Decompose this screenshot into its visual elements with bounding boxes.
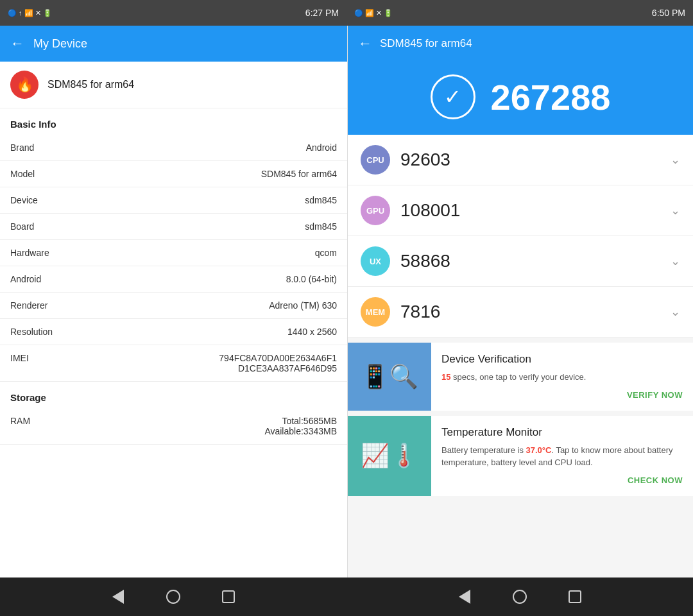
right-nav-header: ← SDM845 for arm64 bbox=[348, 26, 693, 62]
ux-chevron-icon: ⌄ bbox=[671, 254, 680, 268]
left-back-nav-button[interactable] bbox=[107, 585, 130, 608]
total-score: 267288 bbox=[491, 76, 611, 118]
verification-count: 15 bbox=[441, 372, 450, 382]
score-section: ✓ 267288 bbox=[348, 62, 693, 135]
left-recent-nav-button[interactable] bbox=[217, 585, 240, 608]
device-value: sdm845 bbox=[87, 195, 337, 205]
board-value: sdm845 bbox=[87, 221, 337, 232]
model-value: SDM845 for arm64 bbox=[87, 169, 337, 179]
right-home-nav-button[interactable] bbox=[508, 585, 531, 608]
model-row: Model SDM845 for arm64 bbox=[0, 161, 347, 187]
cpu-chevron-icon: ⌄ bbox=[671, 153, 680, 167]
temperature-monitor-card[interactable]: 📈🌡️ Temperature Monitor Battery temperat… bbox=[348, 416, 693, 496]
device-row: Device sdm845 bbox=[0, 187, 347, 214]
resolution-row: Resolution 1440 x 2560 bbox=[0, 319, 347, 345]
back-triangle-icon bbox=[112, 590, 124, 604]
mem-chevron-icon: ⌄ bbox=[671, 305, 680, 319]
renderer-value: Adreno (TM) 630 bbox=[87, 300, 337, 311]
ux-badge: UX bbox=[361, 246, 390, 276]
verify-now-button[interactable]: VERIFY NOW bbox=[627, 390, 683, 400]
android-label: Android bbox=[10, 274, 87, 284]
brand-label: Brand bbox=[10, 142, 87, 153]
android-value: 8.0.0 (64-bit) bbox=[87, 274, 337, 284]
ram-label: RAM bbox=[10, 416, 87, 426]
check-now-button[interactable]: CHECK NOW bbox=[628, 475, 683, 485]
temperature-icon: 📈🌡️ bbox=[361, 442, 418, 469]
verification-card-content: Device Verification 15 specs, one tap to… bbox=[431, 343, 693, 411]
home-circle-icon bbox=[166, 590, 180, 604]
verification-card-desc: 15 specs, one tap to verify your device. bbox=[441, 371, 683, 384]
cpu-badge: CPU bbox=[361, 145, 390, 175]
ux-benchmark-row[interactable]: UX 58868 ⌄ bbox=[348, 236, 693, 287]
right-panel: ← SDM845 for arm64 ✓ 267288 CPU 92603 ⌄ … bbox=[348, 26, 693, 578]
right-home-circle-icon bbox=[513, 590, 527, 604]
storage-header: Storage bbox=[0, 382, 347, 408]
brand-value: Android bbox=[87, 142, 337, 153]
left-panel: ← My Device 🔥 SDM845 for arm64 Basic Inf… bbox=[0, 26, 348, 578]
left-home-nav-button[interactable] bbox=[162, 585, 185, 608]
renderer-row: Renderer Adreno (TM) 630 bbox=[0, 293, 347, 319]
cpu-score: 92603 bbox=[400, 150, 660, 170]
gpu-score: 108001 bbox=[400, 200, 660, 221]
hardware-value: qcom bbox=[87, 248, 337, 258]
renderer-label: Renderer bbox=[10, 300, 87, 311]
resolution-label: Resolution bbox=[10, 327, 87, 337]
right-bottom-nav bbox=[346, 578, 693, 616]
temperature-card-content: Temperature Monitor Battery temperature … bbox=[431, 416, 693, 496]
right-recent-nav-button[interactable] bbox=[563, 585, 586, 608]
ram-value: Total:5685MB Available:3343MB bbox=[87, 416, 337, 436]
mem-badge: MEM bbox=[361, 297, 390, 327]
right-status-bar: 🔵 📶 ✕ 🔋 6:50 PM bbox=[346, 0, 693, 26]
hardware-label: Hardware bbox=[10, 248, 87, 258]
right-recent-square-icon bbox=[569, 590, 581, 603]
left-status-time: 6:27 PM bbox=[305, 8, 339, 18]
verification-card-title: Device Verification bbox=[441, 353, 683, 366]
gpu-benchmark-row[interactable]: GPU 108001 ⌄ bbox=[348, 185, 693, 236]
imei-label: IMEI bbox=[10, 353, 87, 363]
verification-card-icon-area: 📱🔍 bbox=[348, 343, 431, 411]
device-header-row: 🔥 SDM845 for arm64 bbox=[0, 62, 347, 108]
left-bottom-nav bbox=[0, 578, 346, 616]
mem-score: 7816 bbox=[400, 302, 660, 322]
right-status-icons: 🔵 📶 ✕ 🔋 bbox=[354, 9, 393, 17]
resolution-value: 1440 x 2560 bbox=[87, 327, 337, 337]
device-verification-card[interactable]: 📱🔍 Device Verification 15 specs, one tap… bbox=[348, 343, 693, 411]
device-label: Device bbox=[10, 195, 87, 205]
gpu-chevron-icon: ⌄ bbox=[671, 203, 680, 218]
ram-row: RAM Total:5685MB Available:3343MB bbox=[0, 408, 347, 445]
cpu-benchmark-row[interactable]: CPU 92603 ⌄ bbox=[348, 135, 693, 185]
temperature-card-title: Temperature Monitor bbox=[441, 426, 683, 439]
right-status-time: 6:50 PM bbox=[652, 8, 685, 18]
temperature-card-desc: Battery temperature is 37.0°C. Tap to kn… bbox=[441, 444, 683, 469]
board-label: Board bbox=[10, 221, 87, 232]
board-row: Board sdm845 bbox=[0, 214, 347, 240]
right-back-triangle-icon bbox=[459, 590, 470, 604]
ux-score: 58868 bbox=[400, 251, 660, 271]
hardware-row: Hardware qcom bbox=[0, 240, 347, 266]
left-status-icons: 🔵 ↑ 📶 ✕ 🔋 bbox=[8, 9, 52, 17]
main-content: ← My Device 🔥 SDM845 for arm64 Basic Inf… bbox=[0, 26, 693, 578]
left-nav-header: ← My Device bbox=[0, 26, 347, 62]
temperature-value: 37.0°C bbox=[526, 445, 552, 455]
temperature-card-action: CHECK NOW bbox=[441, 469, 683, 486]
model-label: Model bbox=[10, 169, 87, 179]
imei-value: 794FC8A70DA00E2634A6F1 D1CE3AA837AF646D9… bbox=[87, 353, 337, 373]
right-back-nav-button[interactable] bbox=[453, 585, 476, 608]
basic-info-header: Basic Info bbox=[0, 108, 347, 135]
mem-benchmark-row[interactable]: MEM 7816 ⌄ bbox=[348, 287, 693, 338]
left-status-bar: 🔵 ↑ 📶 ✕ 🔋 6:27 PM bbox=[0, 0, 346, 26]
device-name: SDM845 for arm64 bbox=[47, 79, 134, 90]
android-row: Android 8.0.0 (64-bit) bbox=[0, 266, 347, 293]
app-icon: 🔥 bbox=[10, 71, 38, 99]
right-back-button[interactable]: ← bbox=[358, 35, 372, 52]
phone-search-icon: 📱🔍 bbox=[361, 363, 418, 390]
left-back-button[interactable]: ← bbox=[10, 35, 24, 52]
bottom-nav-bars bbox=[0, 578, 693, 616]
right-nav-title: SDM845 for arm64 bbox=[380, 37, 472, 50]
left-nav-title: My Device bbox=[33, 37, 87, 51]
gpu-badge: GPU bbox=[361, 196, 390, 225]
verification-card-action: VERIFY NOW bbox=[441, 384, 683, 400]
score-check-icon: ✓ bbox=[431, 74, 475, 119]
temperature-card-icon-area: 📈🌡️ bbox=[348, 416, 431, 496]
brand-row: Brand Android bbox=[0, 135, 347, 161]
